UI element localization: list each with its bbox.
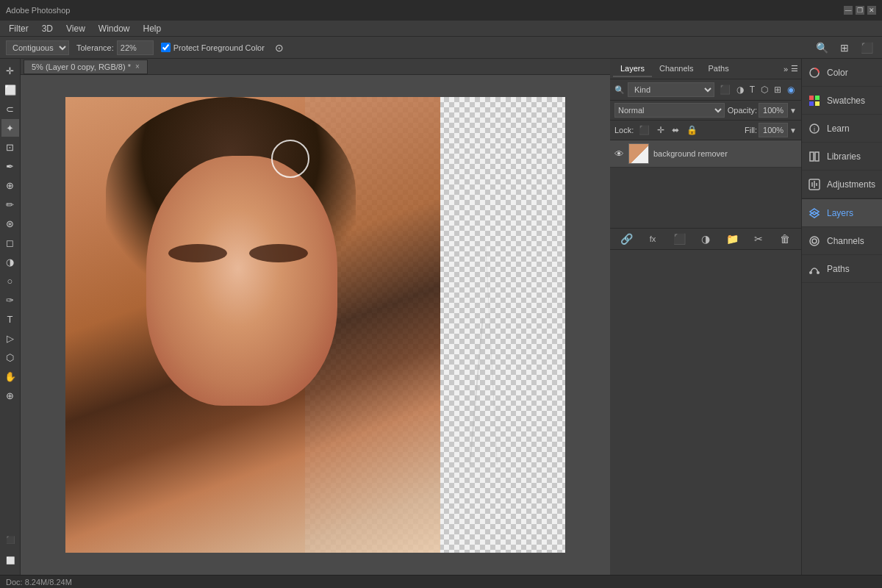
blend-mode-select[interactable]: Normal xyxy=(614,103,725,118)
far-right-panel: Color Swatches i xyxy=(801,59,882,575)
filter-icon-type[interactable]: T xyxy=(747,84,757,96)
tab-close-icon[interactable]: × xyxy=(135,62,140,71)
layers-lock-bar: Lock: ⬛ ✛ ⬌ 🔒 Fill: ▼ xyxy=(610,121,801,140)
tool-type[interactable]: T xyxy=(1,310,19,328)
layer-visibility-toggle[interactable]: 👁 xyxy=(614,148,624,159)
tool-select-rect[interactable]: ⬜ xyxy=(1,81,19,98)
lock-all-btn[interactable]: 🔒 xyxy=(684,124,700,136)
panel-menu-btn[interactable]: ☰ xyxy=(791,64,798,74)
protect-foreground-checkbox[interactable] xyxy=(161,43,171,52)
close-button[interactable]: ✕ xyxy=(867,6,876,15)
minimize-button[interactable]: — xyxy=(844,6,853,15)
protect-foreground-label[interactable]: Protect Foreground Color xyxy=(161,43,265,52)
status-text: Doc: 8.24M/8.24M xyxy=(6,578,72,587)
svg-point-16 xyxy=(812,239,817,243)
svg-text:i: i xyxy=(814,126,815,133)
fill-label: Fill: xyxy=(745,126,757,135)
tool-crop[interactable]: ⊡ xyxy=(1,138,19,156)
filter-icon-shape[interactable]: ⬡ xyxy=(759,84,770,96)
tool-magic-wand[interactable]: ✦ xyxy=(1,119,19,137)
fx-btn[interactable]: fx xyxy=(641,233,664,245)
opacity-input[interactable] xyxy=(759,103,788,118)
search-icon[interactable]: 🔍 xyxy=(813,40,831,55)
filter-search-icon: 🔍 xyxy=(614,85,625,95)
foreground-color[interactable]: ⬛ xyxy=(1,531,19,548)
panel-item-adjustments[interactable]: Adjustments xyxy=(802,171,882,198)
tool-dodge[interactable]: ○ xyxy=(1,272,19,290)
filter-kind-select[interactable]: Kind xyxy=(628,82,714,97)
layers-tabs-right: » ☰ xyxy=(784,64,798,74)
lock-artboard-btn[interactable]: ⬌ xyxy=(670,124,681,136)
panel-label-color: Color xyxy=(827,68,848,78)
workspace-icon[interactable]: ⊞ xyxy=(837,40,852,55)
target-icon[interactable]: ⊙ xyxy=(272,40,287,55)
tool-lasso[interactable]: ⊂ xyxy=(1,100,19,118)
svg-point-15 xyxy=(810,237,819,245)
filter-icon-adjust[interactable]: ◑ xyxy=(734,84,746,96)
left-toolbar: ✛ ⬜ ⊂ ✦ ⊡ ✒ ⊕ ✏ ⊛ ◻ ◑ ○ ✑ T ▷ ⬡ ✋ ⊕ ⬛ ⬜ xyxy=(0,59,21,575)
filter-icon-smart[interactable]: ⊞ xyxy=(772,84,784,96)
menu-help[interactable]: Help xyxy=(137,22,168,35)
filter-icon-pixel[interactable]: ⬛ xyxy=(717,84,733,96)
panel-item-learn[interactable]: i Learn xyxy=(802,115,882,143)
panel-item-libraries[interactable]: Libraries xyxy=(802,143,882,171)
lock-position-btn[interactable]: ✛ xyxy=(655,124,667,136)
menu-view[interactable]: View xyxy=(60,22,91,35)
fill-input[interactable] xyxy=(759,123,788,137)
svg-rect-4 xyxy=(815,101,820,106)
menu-3d[interactable]: 3D xyxy=(36,22,59,35)
link-layers-btn[interactable]: 🔗 xyxy=(614,232,638,246)
delete-layer-btn[interactable]: 🗑 xyxy=(773,232,797,246)
opacity-arrow[interactable]: ▼ xyxy=(789,107,797,115)
tolerance-input[interactable] xyxy=(117,40,154,55)
layer-item[interactable]: 👁 background remover xyxy=(610,140,801,168)
tool-eyedropper[interactable]: ✒ xyxy=(1,157,19,175)
tool-shape[interactable]: ⬡ xyxy=(1,348,19,366)
fill-arrow[interactable]: ▼ xyxy=(789,126,797,135)
lock-pixel-btn[interactable]: ⬛ xyxy=(637,124,652,136)
tool-brush[interactable]: ✏ xyxy=(1,196,19,213)
tool-move[interactable]: ✛ xyxy=(1,62,19,79)
tool-gradient[interactable]: ◑ xyxy=(1,253,19,270)
menu-filter[interactable]: Filter xyxy=(3,22,35,35)
tool-zoom[interactable]: ⊕ xyxy=(1,387,19,404)
status-bar: Doc: 8.24M/8.24M xyxy=(0,575,882,588)
tab-layers[interactable]: Layers xyxy=(613,61,652,77)
panel-item-paths[interactable]: Paths xyxy=(802,255,882,283)
expand-panels-btn[interactable]: » xyxy=(784,65,788,74)
panel-item-color[interactable]: Color xyxy=(802,59,882,87)
color-icon xyxy=(808,66,821,79)
arrange-icon[interactable]: ⬛ xyxy=(858,40,876,55)
tool-pen[interactable]: ✑ xyxy=(1,291,19,309)
selection-circle xyxy=(271,140,309,178)
add-mask-btn[interactable]: ⬛ xyxy=(667,232,691,246)
right-eye-shadow xyxy=(249,244,308,262)
background-color[interactable]: ⬜ xyxy=(1,551,19,569)
panel-item-channels[interactable]: Channels xyxy=(802,227,882,255)
tool-spot-heal[interactable]: ⊕ xyxy=(1,176,19,194)
layers-filter: 🔍 Kind ⬛ ◑ T ⬡ ⊞ ◉ xyxy=(610,79,801,101)
menu-window[interactable]: Window xyxy=(93,22,136,35)
canvas-area: 5% (Layer 0 copy, RGB/8) * × xyxy=(21,59,610,575)
panel-item-layers[interactable]: Layers xyxy=(802,199,882,227)
tool-path-select[interactable]: ▷ xyxy=(1,329,19,347)
panel-item-swatches[interactable]: Swatches xyxy=(802,87,882,115)
tab-channels[interactable]: Channels xyxy=(652,61,700,77)
options-bar: Contiguous Tolerance: Protect Foreground… xyxy=(0,37,882,59)
tab-paths[interactable]: Paths xyxy=(701,61,736,77)
maximize-button[interactable]: ❐ xyxy=(856,6,864,15)
svg-rect-8 xyxy=(815,152,819,161)
tab-label: 5% (Layer 0 copy, RGB/8) * xyxy=(32,62,131,71)
layers-panel: Layers Channels Paths » ☰ 🔍 Kind xyxy=(610,59,801,250)
canvas-tab[interactable]: 5% (Layer 0 copy, RGB/8) * × xyxy=(24,60,148,74)
new-adjustment-btn[interactable]: ◑ xyxy=(694,232,717,246)
tool-stamp[interactable]: ⊛ xyxy=(1,215,19,232)
new-layer-btn[interactable]: ✂ xyxy=(747,232,770,246)
new-group-btn[interactable]: 📁 xyxy=(720,232,744,246)
contiguous-select[interactable]: Contiguous xyxy=(6,40,69,55)
tool-hand[interactable]: ✋ xyxy=(1,368,19,385)
filter-toggle[interactable]: ◉ xyxy=(785,84,797,96)
fill-group: Fill: ▼ xyxy=(745,123,797,137)
swatches-icon xyxy=(808,94,821,107)
tool-eraser[interactable]: ◻ xyxy=(1,234,19,251)
